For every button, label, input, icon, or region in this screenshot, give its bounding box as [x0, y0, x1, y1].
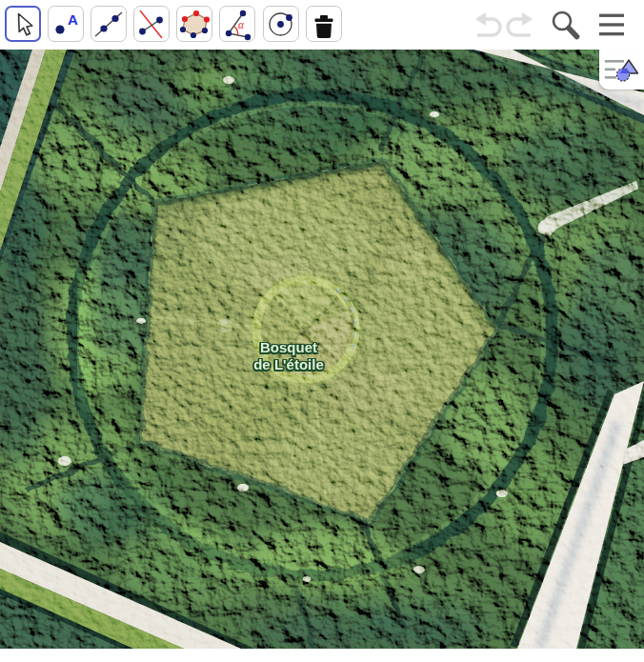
svg-text:A: A: [68, 11, 78, 28]
svg-text:α: α: [238, 19, 245, 30]
